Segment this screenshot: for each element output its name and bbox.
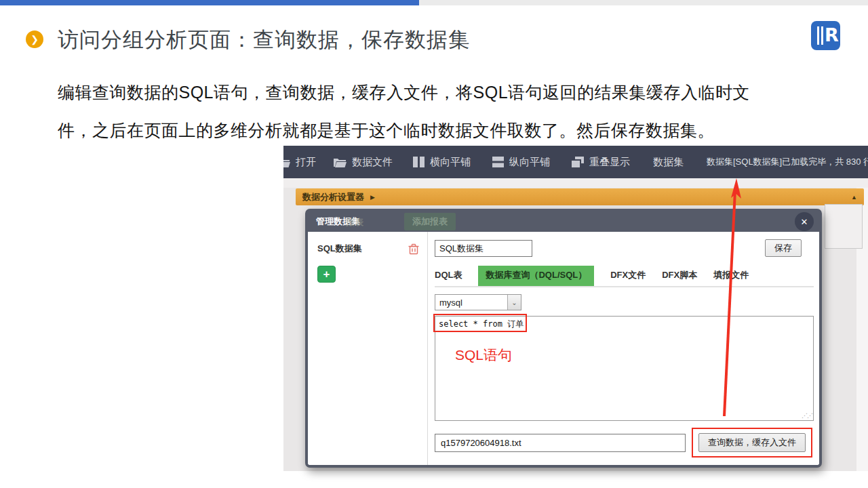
toolbar-underlay bbox=[283, 178, 868, 188]
settings-accordion-bar[interactable]: 数据分析设置器 ▶ ▲ bbox=[296, 188, 864, 205]
tab-dql-table[interactable]: DQL表 bbox=[435, 266, 462, 286]
body-paragraph: 编辑查询数据的SQL语句，查询数据，缓存入文件，将SQL语句返回的结果集缓存入临… bbox=[58, 73, 817, 149]
save-button[interactable]: 保存 bbox=[765, 239, 802, 257]
dataset-type-tabs: DQL表 数据库查询（DQL/SQL） DFX文件 DFX脚本 填报文件 bbox=[435, 266, 814, 287]
logo-letter: R bbox=[825, 24, 839, 45]
cache-row: 查询数据，缓存入文件 bbox=[435, 428, 814, 458]
datasource-select[interactable]: mysql ⌄ bbox=[435, 294, 521, 310]
dataset-loaded-status: 数据集[SQL数据集]已加载完毕，共 830 行数据 bbox=[707, 156, 868, 168]
logo-bar bbox=[817, 26, 819, 45]
dataset-name-input[interactable] bbox=[435, 240, 532, 257]
dataset-detail-panel: 保存 DQL表 数据库查询（DQL/SQL） DFX文件 DFX脚本 填报文件 … bbox=[428, 232, 819, 465]
dataset-item-label: SQL数据集 bbox=[317, 243, 362, 255]
folder-icon bbox=[283, 157, 290, 167]
chevron-down-icon[interactable]: ⌄ bbox=[507, 295, 521, 310]
body-line-1: 编辑查询数据的SQL语句，查询数据，缓存入文件，将SQL语句返回的结果集缓存入临… bbox=[58, 73, 817, 111]
tab-dfx-script[interactable]: DFX脚本 bbox=[662, 266, 697, 286]
toolbar-cascade-button[interactable]: 重叠显示 bbox=[572, 156, 630, 169]
top-accent-bar-gray bbox=[419, 0, 868, 5]
sql-editor-wrap: select * from 订单 ⋰⋰ SQL语句 bbox=[435, 316, 814, 421]
background-panel-fragment bbox=[825, 204, 863, 249]
toolbar-dataset-button[interactable]: 数据集 bbox=[653, 156, 684, 169]
dialog-body: SQL数据集 + bbox=[308, 232, 819, 465]
tab-fill-file[interactable]: 填报文件 bbox=[713, 266, 749, 286]
tile-vertical-icon bbox=[492, 157, 504, 167]
close-icon[interactable]: ✕ bbox=[795, 212, 814, 231]
dataset-list-panel: SQL数据集 + bbox=[308, 232, 428, 465]
toolbar-tile-vertical-button[interactable]: 纵向平铺 bbox=[492, 156, 550, 169]
datasource-selected-value: mysql bbox=[435, 298, 507, 308]
collapse-arrow-icon[interactable]: ▲ bbox=[851, 194, 857, 201]
toolbar-open-button[interactable]: 打开 bbox=[283, 156, 316, 169]
app-screenshot: 打开 数据文件 横向平铺 纵向平铺 重叠显示 数据集 数据集[SQL数据集]已加… bbox=[283, 146, 868, 471]
body-line-2: 件，之后在页面上的多维分析就都是基于这个临时数据文件取数了。然后保存数据集。 bbox=[58, 111, 817, 149]
manage-dataset-dialog: 管理数据集 报表 添加报表 ✕ SQL数据集 bbox=[305, 209, 822, 468]
page-title: 访问分组分析页面：查询数据，保存数据集 bbox=[58, 26, 470, 54]
tab-dfx-file[interactable]: DFX文件 bbox=[610, 266, 646, 286]
ghost-add-report-button: 添加报表 bbox=[404, 213, 456, 230]
folder-icon bbox=[334, 157, 347, 167]
settings-bar-label: 数据分析设置器 bbox=[302, 191, 364, 203]
annotation-box-query-button: 查询数据，缓存入文件 bbox=[692, 428, 812, 458]
cascade-icon bbox=[572, 157, 584, 167]
sql-textarea[interactable]: select * from 订单 bbox=[435, 316, 814, 421]
expand-arrow-icon: ▶ bbox=[370, 194, 375, 201]
toolbar-tile-horizontal-button[interactable]: 横向平铺 bbox=[413, 156, 471, 169]
dataset-list-item[interactable]: SQL数据集 bbox=[317, 243, 419, 255]
top-accent-bar-blue bbox=[0, 0, 419, 5]
toolbar-datafile-button[interactable]: 数据文件 bbox=[334, 156, 393, 169]
dialog-titlebar: 管理数据集 报表 添加报表 ✕ bbox=[308, 211, 819, 232]
trash-icon[interactable] bbox=[408, 243, 419, 255]
tile-horizontal-icon bbox=[413, 157, 425, 167]
brand-logo-icon: R bbox=[811, 21, 840, 50]
add-dataset-button[interactable]: + bbox=[317, 266, 336, 283]
ghost-background-text: 报表 bbox=[346, 216, 363, 228]
logo-bar bbox=[821, 26, 823, 45]
query-cache-button[interactable]: 查询数据，缓存入文件 bbox=[698, 433, 806, 452]
title-bullet-icon: ❯ bbox=[26, 30, 43, 48]
cache-file-input[interactable] bbox=[435, 434, 686, 452]
resize-grip-icon[interactable]: ⋰⋰ bbox=[802, 412, 812, 419]
plus-icon: + bbox=[323, 268, 330, 280]
tab-database-query[interactable]: 数据库查询（DQL/SQL） bbox=[478, 266, 594, 286]
app-toolbar: 打开 数据文件 横向平铺 纵向平铺 重叠显示 数据集 数据集[SQL数据集]已加… bbox=[283, 146, 868, 178]
